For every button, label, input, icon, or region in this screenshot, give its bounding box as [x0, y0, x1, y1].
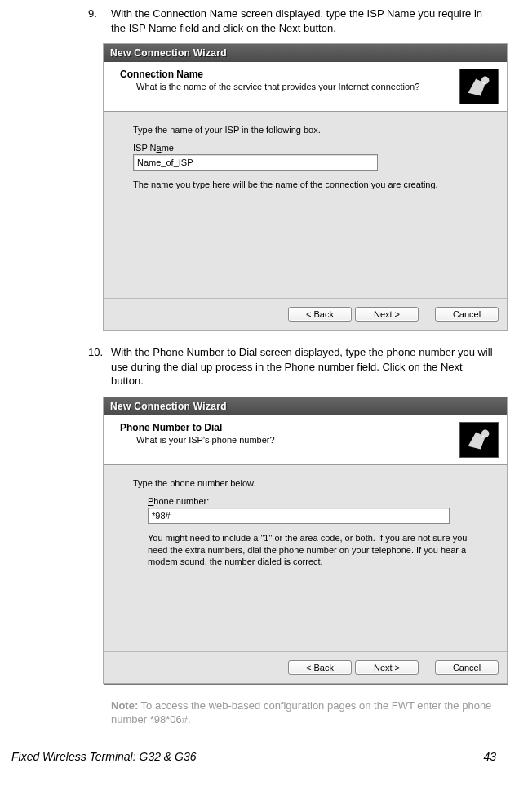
step-10: 10. With the Phone Number to Dial screen… [88, 345, 496, 388]
note-label: Note: [111, 699, 138, 712]
phone-number-input[interactable] [148, 508, 450, 524]
next-button[interactable]: Next > [355, 660, 419, 675]
instruction-text: Type the name of your ISP in the followi… [133, 125, 477, 135]
wizard-connection-name: New Connection Wizard Connection Name Wh… [103, 43, 508, 331]
svg-point-3 [481, 429, 490, 437]
isp-name-label: ISP Name [133, 143, 477, 153]
instruction-text: Type the phone number below. [133, 478, 477, 488]
page-number: 43 [483, 750, 496, 763]
step-9: 9. With the Connection Name screen displ… [88, 7, 496, 35]
wizard-body: Type the phone number below. Phone numbe… [104, 465, 507, 651]
wizard-header: Phone Number to Dial What is your ISP's … [104, 415, 507, 465]
footer-title: Fixed Wireless Terminal: G32 & G36 [11, 750, 197, 763]
wizard-icon [459, 422, 499, 458]
phone-number-label: Phone number: [148, 496, 477, 506]
wizard-icon [459, 69, 499, 104]
wizard-phone-number: New Connection Wizard Phone Number to Di… [103, 397, 508, 684]
back-button[interactable]: < Back [288, 660, 352, 675]
header-title: Phone Number to Dial [120, 422, 459, 433]
wizard-header: Connection Name What is the name of the … [104, 62, 507, 112]
wizard-body: Type the name of your ISP in the followi… [104, 112, 507, 298]
svg-point-1 [481, 77, 490, 85]
window-title: New Connection Wizard [104, 44, 507, 62]
hint-text: The name you type here will be the name … [133, 179, 477, 191]
cancel-button[interactable]: Cancel [435, 660, 499, 675]
step-number: 9. [88, 7, 111, 35]
button-bar: < Back Next > Cancel [104, 651, 507, 683]
isp-name-input[interactable] [133, 154, 378, 171]
note: Note: To access the web-based configurat… [111, 699, 496, 727]
step-text: With the Connection Name screen displaye… [111, 7, 496, 35]
header-subtitle: What is your ISP's phone number? [136, 435, 459, 445]
header-subtitle: What is the name of the service that pro… [136, 82, 459, 91]
step-text: With the Phone Number to Dial screen dis… [111, 345, 496, 388]
note-text: To access the web-based configuration pa… [111, 699, 491, 726]
window-title: New Connection Wizard [104, 397, 507, 415]
next-button[interactable]: Next > [355, 307, 419, 322]
page-footer: Fixed Wireless Terminal: G32 & G36 43 [7, 727, 512, 770]
header-title: Connection Name [120, 69, 459, 80]
hint-text: You might need to include a "1" or the a… [148, 532, 477, 569]
button-bar: < Back Next > Cancel [104, 298, 507, 330]
step-number: 10. [88, 345, 111, 388]
back-button[interactable]: < Back [288, 307, 352, 322]
cancel-button[interactable]: Cancel [435, 307, 499, 322]
